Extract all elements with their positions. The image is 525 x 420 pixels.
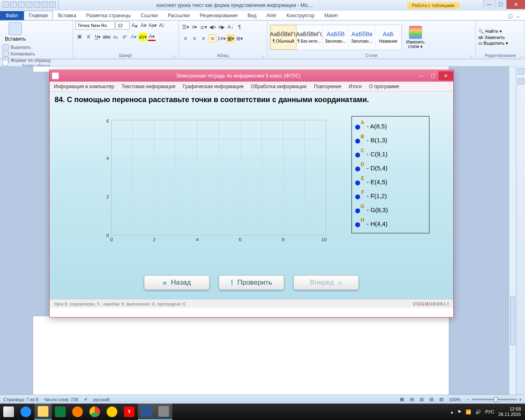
text-effects-icon[interactable]: A▾ <box>130 33 138 41</box>
underline-icon[interactable]: Ч▾ <box>94 33 102 41</box>
tab-page-layout[interactable]: Разметка страницы <box>81 11 136 20</box>
tray-clock[interactable]: 12:5826.11.2015 <box>498 406 521 417</box>
file-tab[interactable]: Файл <box>0 11 24 20</box>
style-item[interactable]: АаБНазвание <box>375 25 402 50</box>
minimize-button[interactable]: — <box>483 0 495 9</box>
change-case-icon[interactable]: Aa▾ <box>148 21 157 30</box>
check-button[interactable]: !Проверить <box>219 275 284 290</box>
taskbar-chrome-icon[interactable] <box>86 404 103 420</box>
styles-gallery[interactable]: АаБбВвГг,¶ ОбычныйАаБбВвГг,¶ Без инте…Аа… <box>270 25 402 50</box>
style-item[interactable]: АаБбВвГг,¶ Без инте… <box>297 25 323 50</box>
ribbon-help[interactable]: ⓘ⌄ <box>508 13 525 20</box>
tab-design[interactable]: Конструктор <box>281 11 319 20</box>
point-draggable[interactable]: D- D(5,4) <box>355 161 426 175</box>
proofing-icon[interactable]: ✔ <box>84 397 88 402</box>
line-spacing-icon[interactable]: ‡≡▾ <box>217 34 226 43</box>
back-button[interactable]: «Назад <box>144 275 210 290</box>
find-button[interactable]: 🔍 Найти ▾ <box>478 29 508 34</box>
coordinate-grid[interactable]: 0 2 4 6 8 10 0 2 4 6 <box>103 116 326 243</box>
nav-pane-icon[interactable] <box>518 78 524 84</box>
tab-insert[interactable]: Вставка <box>53 11 81 20</box>
point-draggable[interactable]: C- C(9,1) <box>355 147 426 161</box>
style-item[interactable]: АаБбВвЗаголово… <box>349 25 375 50</box>
shading-icon[interactable]: ▦▾ <box>226 34 235 43</box>
start-button[interactable] <box>0 404 17 420</box>
vertical-scrollbar[interactable] <box>509 66 516 411</box>
justify-icon[interactable]: ≡ <box>208 34 217 43</box>
tab-review[interactable]: Рецензирование <box>195 11 243 20</box>
bullets-icon[interactable]: ☰▾ <box>181 23 189 31</box>
clear-format-icon[interactable]: A⃠ <box>158 21 166 30</box>
point-draggable[interactable]: H- H(4,4) <box>355 217 426 231</box>
app-menu-item[interactable]: Информация и компьютер <box>54 84 114 89</box>
tab-aver[interactable]: AVer <box>261 11 281 20</box>
copy-button[interactable]: Копировать <box>2 51 51 57</box>
app-menu-item[interactable]: О программе <box>369 84 399 89</box>
grow-font-icon[interactable]: A▴ <box>130 21 139 30</box>
view-draft-icon[interactable]: ▨ <box>439 397 443 402</box>
page-indicator[interactable]: Страница: 7 из 8 <box>3 397 39 402</box>
tab-layout[interactable]: Макет <box>320 11 343 20</box>
align-center-icon[interactable]: ≡ <box>190 34 199 43</box>
app-menu-item[interactable]: Графическая информация <box>183 84 243 89</box>
point-draggable[interactable]: F- F(1,2) <box>355 189 426 203</box>
view-web-icon[interactable]: ▥ <box>420 397 424 402</box>
change-styles-button[interactable]: Изменить стили ▾ <box>404 25 427 50</box>
cut-button[interactable]: Вырезать <box>2 44 51 50</box>
tab-references[interactable]: Ссылки <box>136 11 163 20</box>
subscript-icon[interactable]: x₂ <box>112 33 120 41</box>
tray-flag-icon[interactable]: ⚑ <box>457 409 461 415</box>
taskbar-firefox-icon[interactable] <box>69 404 86 420</box>
app-close-button[interactable]: ✕ <box>438 71 453 80</box>
language-indicator[interactable]: русский <box>94 397 110 402</box>
taskbar-yandex2-icon[interactable]: Y <box>121 404 138 420</box>
tab-mailings[interactable]: Рассылки <box>163 11 195 20</box>
strike-icon[interactable]: abc <box>103 33 111 41</box>
point-draggable[interactable]: B- B(1,3) <box>355 133 426 147</box>
system-tray[interactable]: ▴ ⚑ 📶 🔊 РУС 12:5826.11.2015 <box>451 406 525 417</box>
tray-volume-icon[interactable]: 🔊 <box>475 409 481 415</box>
select-button[interactable]: ▭ Выделить ▾ <box>478 41 508 46</box>
tray-network-icon[interactable]: 📶 <box>466 409 471 415</box>
numbering-icon[interactable]: ≡▾ <box>190 23 199 31</box>
open-icon[interactable] <box>41 1 48 8</box>
indent-inc-icon[interactable]: ≡▶ <box>217 23 226 31</box>
borders-icon[interactable]: ⊞▾ <box>235 34 244 43</box>
close-button[interactable]: ✕ <box>506 0 525 9</box>
font-name-select[interactable]: Times New Ro <box>75 21 115 30</box>
app-menu-item[interactable]: Текстовая информация <box>121 84 175 89</box>
style-item[interactable]: АаБбВЗаголово… <box>323 25 349 50</box>
print-icon[interactable] <box>49 1 56 8</box>
italic-icon[interactable]: К <box>84 33 93 41</box>
tray-lang[interactable]: РУС <box>485 409 494 414</box>
indent-dec-icon[interactable]: ◀≡ <box>208 23 217 31</box>
tray-up-icon[interactable]: ▴ <box>451 409 453 415</box>
taskbar-word-icon[interactable] <box>138 404 155 420</box>
redo-icon[interactable] <box>26 1 32 8</box>
point-draggable[interactable]: A- A(8,5) <box>355 119 426 133</box>
show-marks-icon[interactable]: ¶ <box>235 23 244 31</box>
format-painter-button[interactable]: Формат по образцу <box>2 57 51 63</box>
point-draggable[interactable]: G- G(8,3) <box>355 203 426 217</box>
taskbar-excel-icon[interactable] <box>52 404 69 420</box>
app-menu-item[interactable]: Повторение <box>314 84 341 89</box>
superscript-icon[interactable]: x² <box>121 33 129 41</box>
replace-button[interactable]: ab Заменить <box>478 35 508 40</box>
tab-home[interactable]: Главная <box>24 11 53 20</box>
view-outline-icon[interactable]: ▧ <box>429 397 434 402</box>
style-item[interactable]: АаБбВвГг,¶ Обычный <box>270 25 297 50</box>
align-right-icon[interactable]: ≡ <box>199 34 208 43</box>
taskbar-explorer-icon[interactable] <box>34 404 52 420</box>
app-menu-item[interactable]: Обработка информации <box>251 84 307 89</box>
paste-button[interactable]: Вставить <box>2 21 28 43</box>
app-maximize-button[interactable]: ☐ <box>427 71 438 80</box>
ruler-toggle-icon[interactable] <box>518 68 524 75</box>
taskbar-yandex-icon[interactable] <box>103 404 121 420</box>
multilevel-icon[interactable]: ⚌▾ <box>199 23 208 31</box>
align-left-icon[interactable]: ≡ <box>181 34 189 43</box>
word-icon[interactable] <box>2 1 9 8</box>
undo-icon[interactable] <box>18 1 25 8</box>
point-draggable[interactable]: E- E(4,5) <box>355 175 426 189</box>
view-print-layout-icon[interactable]: ▦ <box>400 397 404 402</box>
maximize-button[interactable]: ☐ <box>495 0 506 9</box>
